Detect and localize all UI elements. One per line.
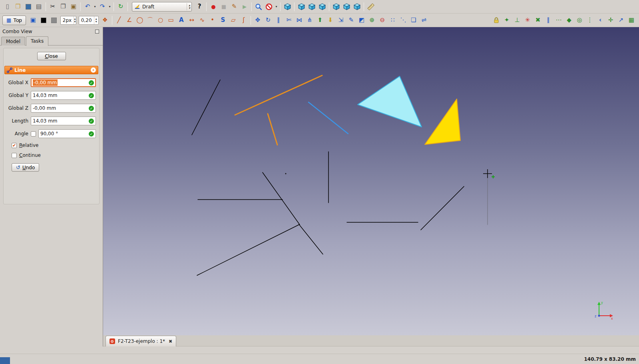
cyan-triangle[interactable]: [358, 76, 422, 127]
draft-facebinder-button[interactable]: ▱: [228, 15, 239, 26]
macro-record-button[interactable]: ●: [208, 2, 219, 12]
snap-intersection-button[interactable]: ✖: [533, 15, 543, 26]
global-z-input[interactable]: -0,00 mm✓: [31, 104, 96, 113]
draft-circle-button[interactable]: ◯: [135, 15, 145, 26]
global-y-input[interactable]: 14,03 mm✓: [31, 91, 96, 100]
draft-path-array-button[interactable]: ⋱: [398, 15, 408, 26]
snap-center-button[interactable]: ◎: [574, 15, 585, 26]
draft-add-point-button[interactable]: ⊕: [367, 15, 377, 26]
length-input[interactable]: 14,03 mm✓: [31, 117, 96, 125]
text-scale-arrows-icon[interactable]: ▲▼: [94, 16, 98, 24]
tab-model[interactable]: Model: [1, 37, 25, 46]
3d-viewport[interactable]: y x z: [103, 27, 639, 335]
draft-point[interactable]: [285, 173, 287, 174]
view-front-button[interactable]: [296, 2, 307, 12]
snap-ortho-button[interactable]: ✛: [605, 15, 616, 26]
draft-shapestring-button[interactable]: S: [218, 15, 228, 26]
whats-this-button[interactable]: ?: [194, 2, 205, 12]
float-panel-icon[interactable]: [95, 30, 99, 34]
draft-rotate-button[interactable]: ↻: [263, 15, 273, 26]
draft-text-button[interactable]: A: [176, 15, 187, 26]
blue-line-1[interactable]: [309, 102, 348, 134]
draft-move-button[interactable]: ✥: [253, 15, 263, 26]
draft-bezier-button[interactable]: ʃ: [239, 15, 249, 26]
continue-checkbox[interactable]: [12, 153, 17, 158]
autogroup-button[interactable]: ▣: [28, 15, 38, 26]
paste-button[interactable]: ▣: [68, 2, 79, 12]
document-tab-close-icon[interactable]: ✖: [169, 339, 172, 344]
macro-stop-button[interactable]: ■: [219, 2, 229, 12]
orange-line-2[interactable]: [268, 114, 277, 145]
snap-angle-button[interactable]: ✳: [522, 15, 533, 26]
tab-tasks[interactable]: Tasks: [26, 36, 48, 46]
snap-grid-button[interactable]: ▦: [626, 15, 637, 26]
snap-near-button[interactable]: ‹: [595, 15, 605, 26]
draft-point-button[interactable]: •: [207, 15, 218, 26]
draft-dimension-button[interactable]: ↔: [187, 15, 197, 26]
angle-checkbox[interactable]: [31, 131, 36, 136]
draft-clone-button[interactable]: ❏: [408, 15, 419, 26]
draft-bspline-button[interactable]: ∿: [197, 15, 207, 26]
draft-arc-button[interactable]: ⌒: [145, 15, 155, 26]
draft-rectangle-button[interactable]: ▭: [166, 15, 176, 26]
working-plane-button[interactable]: ▦ Top: [2, 16, 26, 25]
draft-join-button[interactable]: ⋈: [294, 15, 305, 26]
black-line-2[interactable]: [263, 172, 300, 225]
view-axonometric-button[interactable]: [282, 2, 293, 12]
draft-line-button[interactable]: ╱: [114, 15, 124, 26]
redo-dropdown[interactable]: ▾: [107, 2, 112, 12]
draft-upgrade-button[interactable]: ⬆: [315, 15, 325, 26]
undo-dropdown[interactable]: ▾: [93, 2, 97, 12]
draft-wire-button[interactable]: ∠: [124, 15, 135, 26]
draft-trim-button[interactable]: ✄: [284, 15, 294, 26]
face-color-swatch[interactable]: [49, 15, 59, 26]
draft-offset-button[interactable]: ∥: [273, 15, 284, 26]
line-width-spin[interactable]: 2px ▲▼: [60, 16, 76, 25]
document-tab[interactable]: ⚙ F2-T23-ejemplo : 1* ✖: [106, 336, 176, 346]
black-line-1[interactable]: [192, 80, 220, 135]
draft-downgrade-button[interactable]: ⬇: [325, 15, 336, 26]
copy-button[interactable]: ❐: [58, 2, 68, 12]
draft-remove-point-button[interactable]: ⊖: [377, 15, 388, 26]
snap-endpoint-button[interactable]: ✦: [502, 15, 512, 26]
macro-edit-button[interactable]: ✎: [229, 2, 239, 12]
snap-perpendicular-button[interactable]: ⊥: [512, 15, 522, 26]
snap-parallel-button[interactable]: ∥: [543, 15, 553, 26]
snap-dimensions-button[interactable]: ⋮: [585, 15, 595, 26]
snap-special-button[interactable]: ◆: [564, 15, 574, 26]
snap-lock-button[interactable]: [491, 15, 502, 26]
view-top-button[interactable]: [307, 2, 317, 12]
workbench-selector[interactable]: Draft ▲▼: [132, 2, 192, 12]
angle-input[interactable]: 90,00 °✓: [38, 129, 96, 138]
draft-split-button[interactable]: ⋔: [305, 15, 315, 26]
measure-distance-button[interactable]: [366, 2, 376, 12]
view-right-button[interactable]: [317, 2, 327, 12]
snap-working-plane-button[interactable]: ↗: [616, 15, 626, 26]
refresh-button[interactable]: ↻: [115, 2, 126, 12]
global-x-input[interactable]: -0,00 mm✓: [31, 78, 96, 87]
cut-button[interactable]: ✂: [48, 2, 58, 12]
draft-array-button[interactable]: ∷: [388, 15, 398, 26]
draft-subelement-button[interactable]: ◩: [356, 15, 367, 26]
line-color-swatch[interactable]: [38, 15, 49, 26]
black-line-4[interactable]: [197, 225, 299, 275]
redo-button[interactable]: ↷: [97, 2, 107, 12]
snap-extension-button[interactable]: ⋯: [553, 15, 564, 26]
clipping-plane-button[interactable]: [264, 2, 274, 12]
undo-task-button[interactable]: ↺ Undo: [12, 163, 39, 172]
new-document-button[interactable]: ▯: [2, 2, 13, 12]
line-task-header[interactable]: Line «: [4, 66, 98, 74]
draft-scale-button[interactable]: ⇲: [336, 15, 346, 26]
relative-checkbox[interactable]: [12, 143, 17, 148]
orange-line-1[interactable]: [235, 75, 322, 115]
undo-button[interactable]: ↶: [82, 2, 93, 12]
macro-play-button[interactable]: ▶: [239, 2, 250, 12]
view-bottom-button[interactable]: [341, 2, 352, 12]
clipping-dropdown[interactable]: ▾: [274, 2, 279, 12]
zoom-fit-button[interactable]: [253, 2, 264, 12]
view-left-button[interactable]: [352, 2, 362, 12]
black-line-5[interactable]: [421, 186, 464, 230]
text-scale-spin[interactable]: 0,20 ▲▼: [79, 16, 99, 25]
line-width-arrows-icon[interactable]: ▲▼: [74, 16, 76, 24]
yellow-triangle[interactable]: [425, 99, 460, 144]
